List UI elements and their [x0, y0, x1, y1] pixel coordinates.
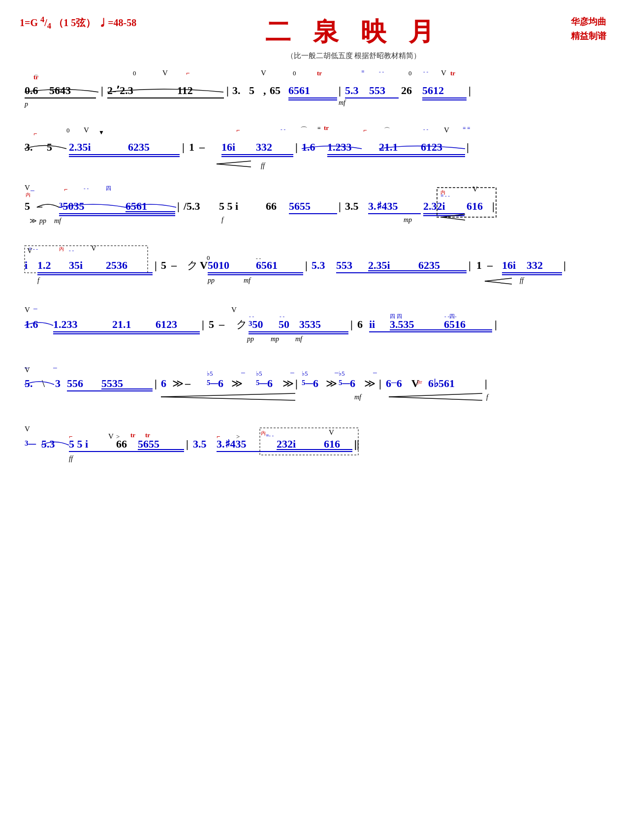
svg-text:♭5: ♭5	[256, 370, 262, 377]
svg-text:3.5: 3.5	[193, 438, 207, 450]
svg-text:|: |	[155, 259, 157, 271]
svg-text:≡ ≡: ≡ ≡	[463, 125, 470, 131]
svg-text:⌐: ⌐	[186, 69, 189, 77]
svg-text:▼: ▼	[98, 129, 104, 136]
svg-text:|: |	[357, 438, 359, 450]
svg-text:≫: ≫	[30, 217, 37, 225]
svg-line-76	[217, 164, 251, 167]
svg-text:5: 5	[25, 200, 30, 212]
header: 1=G 4/4 （1 5弦） ♩=48-58 二 泉 映 月 （比一般二胡低五度…	[20, 15, 606, 61]
svg-text:- -: - -	[281, 126, 285, 132]
svg-text:>: >	[236, 433, 240, 440]
svg-text:3.5: 3.5	[345, 200, 359, 212]
svg-text:5: 5	[161, 259, 166, 271]
svg-text:⌐: ⌐	[236, 127, 240, 134]
composer: 华彦均曲	[571, 15, 606, 29]
svg-text:2.35i: 2.35i	[368, 259, 390, 271]
svg-text:556: 556	[67, 377, 83, 389]
svg-text:pp: pp	[39, 217, 46, 225]
svg-text:─: ─	[24, 365, 29, 371]
svg-text:ff: ff	[69, 455, 74, 462]
svg-text:≡- -: ≡- -	[266, 432, 274, 438]
svg-text:5655: 5655	[138, 438, 159, 450]
svg-text:6♭561: 6♭561	[428, 377, 455, 389]
svg-text:|: |	[186, 438, 188, 450]
svg-text:f: f	[486, 393, 489, 401]
sheet-music-svg: tr ⌒ 0 V ⌐ V 0 tr ≡ - - 0 - - V tr 0.6 5…	[20, 65, 606, 833]
svg-text:5010: 5010	[208, 259, 229, 271]
svg-text:2.32i: 2.32i	[423, 200, 445, 212]
svg-text:35i: 35i	[69, 259, 83, 271]
svg-text:3.♯435: 3.♯435	[217, 438, 247, 450]
svg-text:\: \	[42, 377, 45, 389]
svg-text:ii: ii	[369, 318, 375, 330]
svg-text:mf: mf	[244, 277, 251, 284]
svg-text:- -: - -	[423, 126, 428, 132]
svg-text:1: 1	[476, 259, 482, 271]
svg-text:5─6: 5─6	[207, 377, 223, 389]
svg-text:- -: - -	[84, 185, 89, 191]
page: 1=G 4/4 （1 5弦） ♩=48-58 二 泉 映 月 （比一般二胡低五度…	[0, 0, 626, 840]
svg-text:6235: 6235	[128, 141, 150, 153]
svg-text:♭5: ♭5	[339, 370, 345, 377]
svg-text:- -: - -	[280, 313, 284, 319]
svg-text:⌒: ⌒	[384, 127, 390, 134]
svg-text:V: V	[162, 69, 168, 77]
svg-text:|: |	[339, 200, 341, 212]
svg-text:0: 0	[408, 69, 412, 77]
svg-text:V: V	[441, 69, 446, 77]
svg-text:p: p	[24, 100, 28, 108]
svg-text:V: V	[444, 126, 449, 134]
svg-text:6235: 6235	[418, 259, 440, 271]
svg-text:jtr: jtr	[417, 379, 422, 385]
svg-text:3535: 3535	[299, 318, 321, 330]
svg-text:- -: - -	[69, 247, 74, 253]
svg-text:≫: ≫	[231, 377, 243, 389]
svg-text:1.233: 1.233	[53, 318, 78, 330]
svg-text:3─: 3─	[25, 438, 36, 450]
svg-text:–: –	[171, 259, 177, 271]
svg-text:pp: pp	[207, 277, 215, 284]
svg-text:6516: 6516	[444, 318, 466, 330]
svg-text:tr: tr	[450, 69, 455, 77]
svg-text:ff: ff	[261, 162, 266, 169]
svg-text:|: |	[469, 259, 471, 271]
time-sig-num: 4	[40, 15, 44, 24]
svg-text:0: 0	[133, 69, 136, 77]
svg-text:3.535: 3.535	[390, 318, 414, 330]
svg-text:6─6: 6─6	[386, 377, 402, 389]
svg-text:5─6: 5─6	[302, 377, 318, 389]
svg-text:350: 350	[249, 318, 263, 330]
svg-text:5643: 5643	[49, 84, 71, 97]
svg-text:5  5  i: 5 5 i	[219, 200, 238, 212]
svg-text:2536: 2536	[106, 259, 127, 271]
svg-text:21.1: 21.1	[112, 318, 131, 330]
svg-text:|: |	[101, 84, 103, 97]
svg-text:i: i	[25, 259, 28, 271]
svg-text:5─6: 5─6	[256, 377, 273, 389]
svg-text:0: 0	[66, 127, 70, 134]
svg-line-116	[441, 217, 465, 220]
key-label: 1=G	[20, 17, 38, 28]
svg-text:553: 553	[369, 84, 385, 97]
svg-text:|: |	[339, 84, 341, 97]
svg-text:四 四: 四 四	[390, 313, 402, 319]
svg-text:553: 553	[336, 259, 352, 271]
svg-text:|: |	[563, 259, 566, 271]
subtitle: （比一般二胡低五度 根据舒昭教材精简）	[146, 51, 561, 61]
svg-text:1.2: 1.2	[37, 259, 51, 271]
svg-text:≡ - -: ≡ - -	[29, 246, 38, 252]
svg-text:V: V	[25, 425, 30, 433]
svg-text:|: |	[495, 318, 497, 330]
svg-text:≫: ≫	[282, 377, 294, 389]
svg-text:3.: 3.	[232, 84, 241, 97]
svg-text:V: V	[329, 428, 334, 436]
svg-text:35035: 35035	[59, 200, 85, 212]
svg-text:26: 26	[401, 84, 412, 97]
svg-line-231	[161, 393, 295, 397]
header-right: 华彦均曲 精益制谱	[571, 15, 606, 43]
svg-text:⌐: ⌐	[363, 127, 367, 134]
svg-text:f: f	[221, 216, 224, 224]
svg-text:–: –	[185, 377, 191, 389]
svg-text:6561: 6561	[125, 200, 147, 212]
